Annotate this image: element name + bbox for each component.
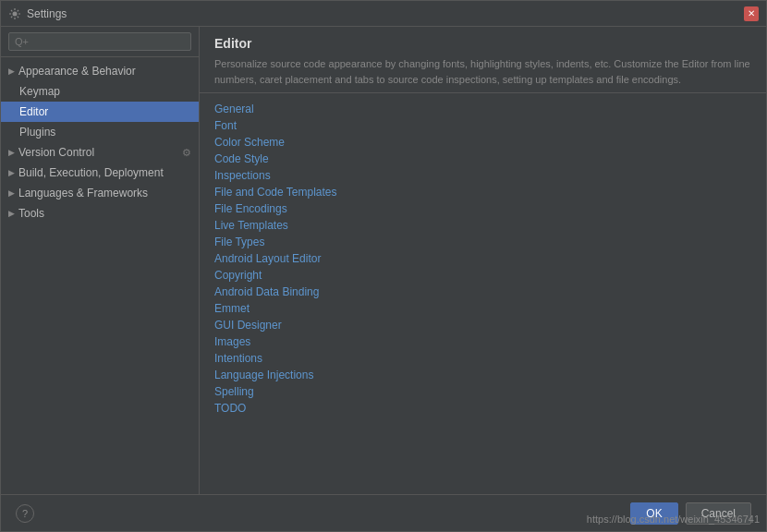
arrow-icon: ▶	[8, 168, 15, 177]
sidebar-item-appearance-behavior[interactable]: ▶ Appearance & Behavior	[1, 61, 199, 81]
footer-right: OK Cancel	[630, 502, 751, 525]
link-emmet[interactable]: Emmet	[214, 300, 751, 317]
title-bar-controls: ✕	[744, 6, 759, 21]
sidebar-label: Build, Execution, Deployment	[18, 166, 164, 179]
link-images[interactable]: Images	[214, 333, 751, 350]
content-area: Editor Personalize source code appearanc…	[200, 27, 766, 494]
sidebar-label: Plugins	[19, 126, 55, 139]
title-bar: Settings ✕	[1, 1, 766, 27]
link-color-scheme[interactable]: Color Scheme	[214, 134, 751, 151]
link-gui-designer[interactable]: GUI Designer	[214, 317, 751, 333]
sidebar-content: ▶ Appearance & Behavior Keymap Editor Pl…	[1, 57, 199, 494]
link-android-data-binding[interactable]: Android Data Binding	[214, 284, 751, 300]
link-general[interactable]: General	[214, 101, 751, 117]
cancel-button[interactable]: Cancel	[686, 502, 751, 525]
link-inspections[interactable]: Inspections	[214, 167, 751, 184]
link-file-and-code-templates[interactable]: File and Code Templates	[214, 184, 751, 200]
sidebar-item-keymap[interactable]: Keymap	[1, 81, 199, 102]
settings-icon	[8, 7, 21, 20]
arrow-icon: ▶	[8, 148, 15, 157]
sidebar: ▶ Appearance & Behavior Keymap Editor Pl…	[1, 27, 200, 494]
sidebar-label: Keymap	[19, 85, 60, 98]
content-header: Editor Personalize source code appearanc…	[200, 27, 766, 93]
sidebar-item-build-execution[interactable]: ▶ Build, Execution, Deployment	[1, 163, 199, 183]
search-box	[1, 27, 199, 57]
sidebar-label: Version Control	[18, 146, 94, 159]
link-file-types[interactable]: File Types	[214, 234, 751, 250]
link-language-injections[interactable]: Language Injections	[214, 367, 751, 383]
footer: ? OK Cancel	[1, 494, 766, 531]
help-button[interactable]: ?	[16, 504, 34, 523]
sidebar-item-tools[interactable]: ▶ Tools	[1, 203, 199, 224]
link-spelling[interactable]: Spelling	[214, 383, 751, 400]
ok-button[interactable]: OK	[630, 502, 677, 525]
footer-left: ?	[16, 504, 34, 523]
title-text: Settings	[27, 7, 67, 20]
arrow-icon: ▶	[8, 188, 15, 198]
sidebar-label: Editor	[19, 105, 48, 118]
link-live-templates[interactable]: Live Templates	[214, 217, 751, 234]
link-android-layout-editor[interactable]: Android Layout Editor	[214, 250, 751, 267]
arrow-icon: ▶	[8, 209, 15, 218]
sidebar-item-plugins[interactable]: Plugins	[1, 122, 199, 142]
link-intentions[interactable]: Intentions	[214, 350, 751, 367]
close-button[interactable]: ✕	[744, 6, 759, 21]
svg-point-0	[13, 11, 18, 16]
main-area: ▶ Appearance & Behavior Keymap Editor Pl…	[1, 27, 766, 494]
sidebar-item-editor[interactable]: Editor	[1, 102, 199, 122]
link-file-encodings[interactable]: File Encodings	[214, 200, 751, 217]
search-input[interactable]	[8, 32, 191, 51]
link-code-style[interactable]: Code Style	[214, 151, 751, 167]
arrow-icon: ▶	[8, 66, 15, 76]
content-title: Editor	[214, 36, 751, 51]
sidebar-label: Languages & Frameworks	[18, 187, 148, 200]
sidebar-label: Appearance & Behavior	[18, 65, 136, 78]
sidebar-label: Tools	[18, 207, 44, 220]
link-copyright[interactable]: Copyright	[214, 267, 751, 284]
gear-icon: ⚙	[182, 147, 191, 159]
content-description: Personalize source code appearance by ch…	[214, 56, 751, 87]
content-links: GeneralFontColor SchemeCode StyleInspect…	[200, 93, 766, 494]
sidebar-item-version-control[interactable]: ▶ Version Control ⚙	[1, 142, 199, 163]
link-font[interactable]: Font	[214, 117, 751, 134]
settings-window: Settings ✕ ▶ Appearance & Behavior Keyma…	[0, 0, 767, 532]
sidebar-item-languages-frameworks[interactable]: ▶ Languages & Frameworks	[1, 183, 199, 203]
link-todo[interactable]: TODO	[214, 400, 751, 417]
title-bar-left: Settings	[8, 7, 67, 20]
